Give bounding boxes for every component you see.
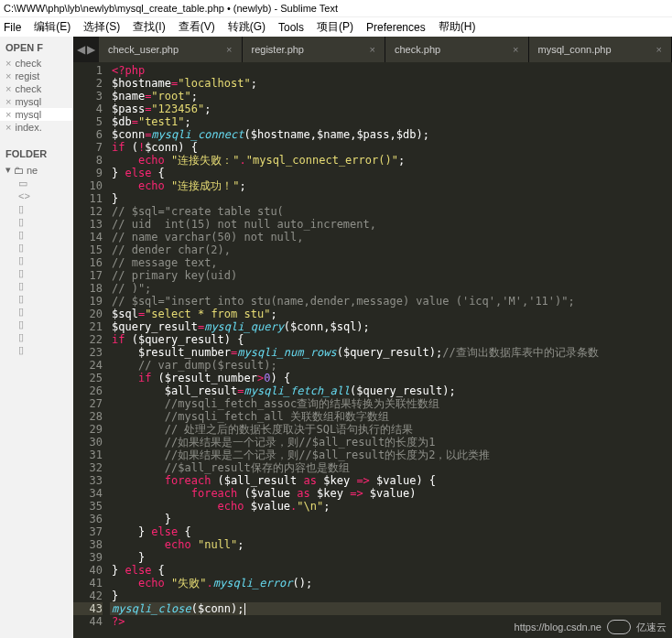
menu-h[interactable]: 帮助(H) <box>439 19 476 35</box>
code-line-9[interactable]: } else { <box>110 167 661 179</box>
code-line-5[interactable]: $db="test1"; <box>110 115 661 128</box>
tab-check-php[interactable]: check.php× <box>385 37 529 62</box>
code-line-29[interactable]: // 处理之后的数据长度取决于SQL语句执行的结果 <box>110 423 661 436</box>
menu-preferences[interactable]: Preferences <box>366 21 426 34</box>
code-line-43[interactable]: mysqli_close($conn); <box>110 602 661 615</box>
folder-file[interactable]: ▯ <box>0 254 73 266</box>
tab-check_user-php[interactable]: check_user.php× <box>99 37 243 62</box>
code-line-34[interactable]: foreach ($value as $key => $value) <box>110 487 661 500</box>
code-line-23[interactable]: $result_number=mysqli_num_rows($query_re… <box>110 346 661 359</box>
menu-v[interactable]: 查看(V) <box>179 19 215 35</box>
open-file-item[interactable]: ×check <box>0 57 73 70</box>
close-icon[interactable]: × <box>5 83 11 94</box>
code-line-14[interactable]: // name varchar(50) not null, <box>110 231 661 243</box>
code-line-40[interactable]: } else { <box>110 564 661 577</box>
code-line-16[interactable]: // message text, <box>110 256 661 269</box>
code-line-37[interactable]: } else { <box>110 525 661 538</box>
folder-file[interactable]: ▯ <box>0 215 73 228</box>
code-line-32[interactable]: //$all_result保存的内容也是数组 <box>110 461 661 474</box>
open-file-item[interactable]: ×mysql <box>0 95 73 108</box>
menubar[interactable]: File编辑(E)选择(S)查找(I)查看(V)转跳(G)Tools项目(P)P… <box>0 16 672 37</box>
code-line-24[interactable]: // var_dump($result); <box>110 359 661 372</box>
text-cursor <box>244 603 245 615</box>
close-icon[interactable]: × <box>5 109 11 120</box>
close-icon[interactable]: × <box>5 58 11 69</box>
code-line-8[interactable]: echo "连接失败："."mysql_connect_error()"; <box>110 154 661 167</box>
code-line-22[interactable]: if ($query_result) { <box>110 333 661 346</box>
arrow-left-icon[interactable]: ◀ <box>77 43 85 56</box>
close-icon[interactable]: × <box>5 96 11 107</box>
tab-nav-arrows[interactable]: ◀ ▶ <box>73 37 99 62</box>
menu-file[interactable]: File <box>4 21 21 34</box>
code-line-10[interactable]: echo "连接成功！"; <box>110 179 661 192</box>
code-line-19[interactable]: // $sql="insert into stu(name,dender,mes… <box>110 295 661 308</box>
folder-file[interactable]: ▯ <box>0 305 73 318</box>
code-line-39[interactable]: } <box>110 551 661 564</box>
code-line-20[interactable]: $sql="select * from stu"; <box>110 308 661 320</box>
close-icon[interactable]: × <box>226 44 232 55</box>
code-area[interactable]: <?php$hostname="localhost";$name="root";… <box>110 62 661 638</box>
folder-file[interactable]: ▯ <box>0 318 73 330</box>
folder-file[interactable]: ▯ <box>0 266 73 279</box>
code-line-35[interactable]: echo $value."\n"; <box>110 500 661 513</box>
code-line-28[interactable]: //mysqli_fetch_all 关联数组和数字数组 <box>110 410 661 423</box>
code-line-27[interactable]: //mysqli_fetch_assoc查询的结果转换为关联性数组 <box>110 397 661 410</box>
close-icon[interactable]: × <box>5 122 11 133</box>
code-line-30[interactable]: //如果结果是一个记录，则//$all_result的长度为1 <box>110 436 661 449</box>
folder-file[interactable]: ▯ <box>0 202 73 215</box>
menu-s[interactable]: 选择(S) <box>83 19 120 35</box>
code-line-21[interactable]: $query_result=mysqli_query($conn,$sql); <box>110 320 661 333</box>
arrow-right-icon[interactable]: ▶ <box>87 43 95 56</box>
open-file-item[interactable]: ×mysql <box>0 108 73 121</box>
close-icon[interactable]: × <box>5 70 11 81</box>
code-line-12[interactable]: // $sql="create table stu( <box>110 205 661 218</box>
menu-g[interactable]: 转跳(G) <box>228 19 266 35</box>
menu-i[interactable]: 查找(I) <box>133 19 165 35</box>
file-icon: ▯ <box>18 344 27 353</box>
minimap[interactable] <box>661 62 672 638</box>
code-line-33[interactable]: foreach ($all_result as $key => $value) … <box>110 474 661 487</box>
open-file-item[interactable]: ×check <box>0 82 73 95</box>
code-line-38[interactable]: echo "null"; <box>110 538 661 551</box>
code-line-2[interactable]: $hostname="localhost"; <box>110 77 661 90</box>
code-line-4[interactable]: $pass="123456"; <box>110 103 661 115</box>
folder-file[interactable]: ▯ <box>0 292 73 305</box>
code-line-15[interactable]: // dender char(2), <box>110 243 661 256</box>
folder-file[interactable]: ▭ <box>0 177 73 189</box>
menu-p[interactable]: 项目(P) <box>317 19 353 35</box>
code-line-11[interactable]: } <box>110 192 661 205</box>
tab-register-php[interactable]: register.php× <box>243 37 386 62</box>
code-line-42[interactable]: } <box>110 589 661 602</box>
code-line-18[interactable]: // )"; <box>110 282 661 295</box>
folder-file[interactable]: ▯ <box>0 279 73 292</box>
code-line-36[interactable]: } <box>110 513 661 525</box>
code-line-41[interactable]: echo "失败".mysqli_error(); <box>110 577 661 589</box>
close-icon[interactable]: × <box>370 44 375 55</box>
menu-e[interactable]: 编辑(E) <box>34 19 70 35</box>
tab-mysql_conn-php[interactable]: mysql_conn.php× <box>529 37 673 62</box>
code-line-13[interactable]: // uid int(15) not null auto_increment, <box>110 218 661 231</box>
code-line-31[interactable]: //如果结果是二个记录，则//$all_result的长度为2，以此类推 <box>110 449 661 461</box>
code-line-26[interactable]: $all_result=mysqli_fetch_all($query_resu… <box>110 384 661 397</box>
folder-file[interactable]: <> <box>0 189 73 202</box>
menu-tools[interactable]: Tools <box>278 21 304 34</box>
folder-root[interactable]: ▾ 🗀 ne <box>0 163 73 177</box>
open-file-item[interactable]: ×regist <box>0 70 73 82</box>
code-line-25[interactable]: if ($result_number>0) { <box>110 372 661 384</box>
code-line-1[interactable]: <?php <box>110 64 661 77</box>
close-icon[interactable]: × <box>656 44 662 55</box>
file-label: regist <box>15 70 39 81</box>
close-icon[interactable]: × <box>513 44 518 55</box>
folder-file[interactable]: ▯ <box>0 241 73 254</box>
folder-file[interactable]: ▯ <box>0 343 73 356</box>
code-line-6[interactable]: $conn=mysqli_connect($hostname,$name,$pa… <box>110 128 661 141</box>
open-file-item[interactable]: ×index. <box>0 121 73 134</box>
code-line-17[interactable]: // primary key(uid) <box>110 269 661 282</box>
file-icon: ▯ <box>18 216 27 225</box>
code-editor[interactable]: 1234567891011121314151617181920212223242… <box>73 62 672 638</box>
folder-file[interactable]: ▯ <box>0 228 73 241</box>
code-line-3[interactable]: $name="root"; <box>110 90 661 103</box>
file-icon: ▯ <box>18 242 27 251</box>
folder-file[interactable]: ▯ <box>0 330 73 343</box>
code-line-7[interactable]: if (!$conn) { <box>110 141 661 154</box>
